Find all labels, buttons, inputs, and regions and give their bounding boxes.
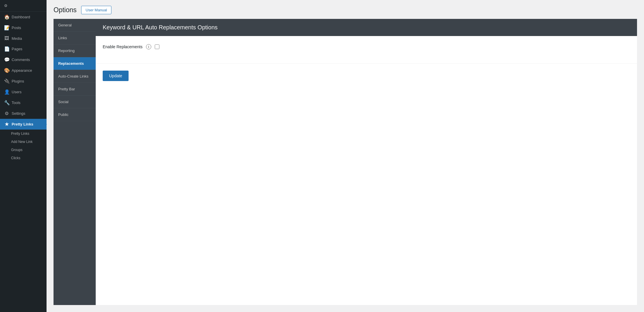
- sidebar-item-label: Users: [12, 90, 22, 94]
- sidebar-item-label: Media: [12, 36, 22, 41]
- options-header-title: Keyword & URL Auto Replacements Options: [103, 24, 630, 31]
- enable-replacements-checkbox[interactable]: [155, 44, 159, 49]
- sidebar-sub-item-add-new-link[interactable]: Add New Link: [0, 138, 47, 146]
- options-header: Keyword & URL Auto Replacements Options: [96, 19, 637, 36]
- wp-logo: ⚙: [0, 0, 47, 12]
- enable-replacements-label: Enable Replacements: [103, 44, 143, 49]
- posts-icon: 📝: [4, 25, 9, 31]
- sidebar-item-label: Tools: [12, 101, 20, 105]
- sidebar-item-posts[interactable]: 📝Posts: [0, 22, 47, 33]
- pretty-links-icon: ★: [4, 121, 9, 127]
- sub-nav-item-public[interactable]: Public: [54, 108, 96, 121]
- options-body: Enable Replacements i: [96, 36, 637, 63]
- sidebar-item-dashboard[interactable]: 🏠Dashboard: [0, 12, 47, 22]
- settings-icon: ⚙: [4, 111, 9, 116]
- sidebar-item-appearance[interactable]: 🎨Appearance: [0, 65, 47, 76]
- sidebar: ⚙ 🏠Dashboard📝Posts🖼Media📄Pages💬Comments🎨…: [0, 0, 47, 312]
- sidebar-item-label: Posts: [12, 26, 21, 30]
- sidebar-item-label: Dashboard: [12, 15, 30, 19]
- users-icon: 👤: [4, 89, 9, 95]
- sidebar-item-comments[interactable]: 💬Comments: [0, 54, 47, 65]
- sidebar-pretty-links-label: Pretty Links: [12, 122, 33, 126]
- sub-nav-item-reporting[interactable]: Reporting: [54, 44, 96, 57]
- sidebar-sub-item-pretty-links[interactable]: Pretty Links: [0, 130, 47, 138]
- sidebar-item-label: Pages: [12, 47, 22, 51]
- comments-icon: 💬: [4, 57, 9, 62]
- enable-replacements-row: Enable Replacements i: [103, 44, 630, 49]
- sidebar-sub-nav: Pretty LinksAdd New LinkGroupsClicks: [0, 130, 47, 162]
- sidebar-sub-item-groups[interactable]: Groups: [0, 146, 47, 154]
- options-panel: Keyword & URL Auto Replacements Options …: [96, 19, 637, 305]
- sub-nav-item-social[interactable]: Social: [54, 96, 96, 108]
- sidebar-item-label: Plugins: [12, 79, 24, 83]
- sidebar-item-tools[interactable]: 🔧Tools: [0, 97, 47, 108]
- sub-nav-item-replacements[interactable]: Replacements: [54, 57, 96, 70]
- sidebar-item-label: Settings: [12, 111, 25, 116]
- info-icon: i: [146, 44, 151, 49]
- sub-nav-panel: GeneralLinksReportingReplacementsAuto-Cr…: [54, 19, 96, 305]
- sidebar-nav: 🏠Dashboard📝Posts🖼Media📄Pages💬Comments🎨Ap…: [0, 12, 47, 119]
- main-content: Options User Manual GeneralLinksReportin…: [47, 0, 644, 312]
- page-header: Options User Manual: [47, 0, 644, 19]
- sidebar-item-pretty-links[interactable]: ★ Pretty Links: [0, 119, 47, 130]
- sub-nav-item-links[interactable]: Links: [54, 32, 96, 44]
- page-title: Options: [54, 6, 77, 14]
- plugins-icon: 🔌: [4, 78, 9, 84]
- sidebar-sub-item-clicks[interactable]: Clicks: [0, 154, 47, 162]
- sub-nav-item-general[interactable]: General: [54, 19, 96, 32]
- sidebar-item-users[interactable]: 👤Users: [0, 87, 47, 97]
- sidebar-item-label: Comments: [12, 58, 30, 62]
- media-icon: 🖼: [4, 36, 9, 41]
- sidebar-item-plugins[interactable]: 🔌Plugins: [0, 76, 47, 87]
- dashboard-icon: 🏠: [4, 14, 9, 20]
- update-button[interactable]: Update: [103, 71, 129, 81]
- content-area: GeneralLinksReportingReplacementsAuto-Cr…: [47, 19, 644, 312]
- sidebar-item-pages[interactable]: 📄Pages: [0, 44, 47, 54]
- options-footer: Update: [96, 63, 637, 88]
- tools-icon: 🔧: [4, 100, 9, 105]
- sidebar-item-media[interactable]: 🖼Media: [0, 33, 47, 44]
- sub-nav-item-auto-create-links[interactable]: Auto-Create Links: [54, 70, 96, 83]
- sidebar-item-settings[interactable]: ⚙Settings: [0, 108, 47, 119]
- wp-icon: ⚙: [4, 3, 8, 8]
- pages-icon: 📄: [4, 46, 9, 52]
- pretty-links-section: ★ Pretty Links: [0, 119, 47, 130]
- user-manual-button[interactable]: User Manual: [81, 6, 111, 14]
- sidebar-item-label: Appearance: [12, 68, 32, 73]
- appearance-icon: 🎨: [4, 68, 9, 73]
- sub-nav-item-pretty-bar[interactable]: Pretty Bar: [54, 83, 96, 96]
